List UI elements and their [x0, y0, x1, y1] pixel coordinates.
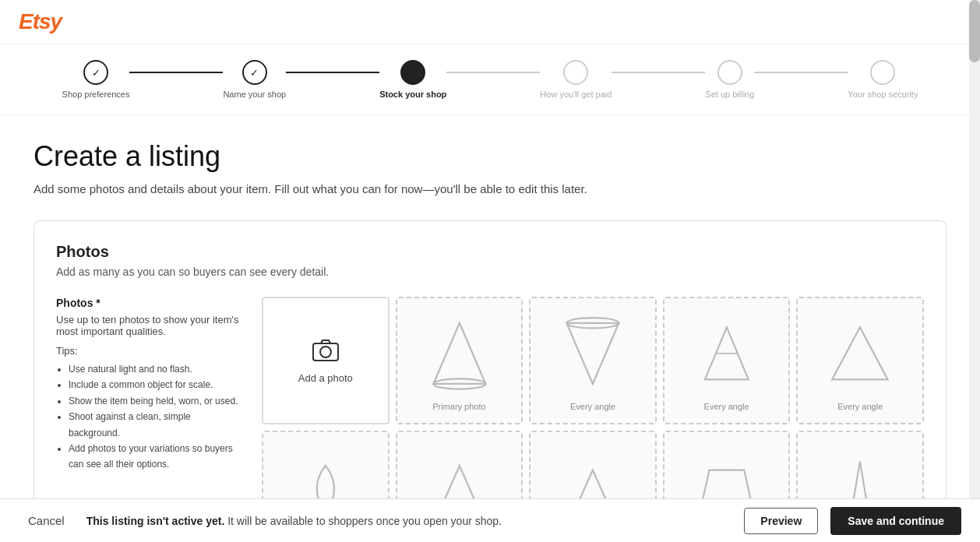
add-photo-label: Add a photo [298, 372, 353, 384]
photos-field-label: Photos * [56, 297, 243, 309]
angle3-label: Every angle [837, 402, 883, 411]
step-shop-preferences: ✓ Shop preferences [62, 60, 130, 99]
step-group-1: ✓ Shop preferences [62, 60, 224, 99]
step-line-1 [129, 72, 223, 73]
camera-icon [312, 337, 340, 368]
step-group-2: ✓ Name your shop [223, 60, 379, 99]
add-photo-slot[interactable]: Add a photo [262, 297, 390, 424]
scrollbar-thumb[interactable] [969, 0, 980, 62]
card-title: Photos [56, 243, 924, 261]
photos-card: Photos Add as many as you can so buyers … [33, 220, 947, 542]
tip-1: Use natural light and no flash. [69, 361, 243, 377]
bottom-bar: Cancel This listing isn't active yet. It… [0, 498, 980, 542]
tip-4: Shoot against a clean, simple background… [69, 409, 243, 441]
photo-slot-angle2[interactable]: Every angle [663, 297, 791, 424]
primary-photo-label: Primary photo [432, 402, 485, 411]
angle2-label: Every angle [704, 402, 749, 411]
step-group-6: Your shop security [848, 60, 918, 99]
angle3-illustration [816, 310, 904, 397]
tips-list: Use natural light and no flash. Include … [56, 361, 243, 473]
step-name-your-shop: ✓ Name your shop [223, 60, 286, 99]
step-label-2: Name your shop [223, 90, 286, 99]
preview-button[interactable]: Preview [744, 508, 818, 534]
status-rest: It will be available to shoppers once yo… [227, 515, 502, 527]
step-shop-security: Your shop security [848, 60, 918, 99]
svg-marker-2 [433, 323, 485, 384]
step-circle-6 [870, 60, 895, 85]
step-circle-2: ✓ [242, 60, 267, 85]
angle1-label: Every angle [570, 402, 615, 411]
svg-marker-8 [832, 327, 888, 379]
tip-2: Include a common object for scale. [69, 377, 243, 392]
card-subtitle: Add as many as you can so buyers can see… [56, 266, 924, 278]
svg-marker-4 [567, 323, 619, 384]
etsy-logo[interactable]: Etsy [19, 9, 961, 34]
step-circle-5 [717, 60, 742, 85]
cancel-button[interactable]: Cancel [19, 508, 74, 533]
step-group-4: How you'll get paid [540, 60, 705, 99]
angle1-illustration [549, 310, 636, 397]
status-bold: This listing isn't active yet. [86, 515, 225, 527]
page-title: Create a listing [33, 140, 947, 173]
step-stock-your-shop: Stock your shop [379, 60, 446, 99]
tip-3: Show the item being held, worn, or used. [69, 393, 243, 409]
page-subtitle: Add some photos and details about your i… [33, 182, 947, 195]
angle2-illustration [683, 310, 770, 397]
main-content: Create a listing Add some photos and det… [15, 115, 965, 542]
step-how-paid: How you'll get paid [540, 60, 612, 99]
status-text: This listing isn't active yet. It will b… [86, 515, 732, 527]
tips-label: Tips: [56, 345, 243, 357]
step-group-5: Set up billing [705, 60, 848, 99]
header: Etsy [0, 0, 980, 44]
step-line-5 [754, 72, 848, 73]
step-label-6: Your shop security [848, 90, 918, 99]
step-circle-4 [563, 60, 588, 85]
step-line-3 [446, 72, 540, 73]
scrollbar-track[interactable] [969, 0, 980, 542]
step-circle-1: ✓ [83, 60, 108, 85]
step-line-4 [612, 72, 705, 73]
step-label-1: Shop preferences [62, 90, 130, 99]
photo-slot-angle1[interactable]: Every angle [529, 297, 657, 424]
step-set-up-billing: Set up billing [705, 60, 754, 99]
step-group-3: Stock your shop [379, 60, 540, 99]
step-circle-3 [400, 60, 425, 85]
step-label-5: Set up billing [705, 90, 754, 99]
step-label-4: How you'll get paid [540, 90, 612, 99]
svg-point-1 [320, 347, 331, 357]
progress-bar: ✓ Shop preferences ✓ Name your shop Stoc… [0, 44, 980, 115]
primary-photo-illustration [416, 310, 503, 397]
step-label-3: Stock your shop [379, 90, 446, 99]
save-continue-button[interactable]: Save and continue [830, 507, 961, 535]
step-line-2 [286, 72, 379, 73]
photos-description: Use up to ten photos to show your item's… [56, 314, 243, 337]
photo-slot-angle3[interactable]: Every angle [796, 297, 924, 424]
tip-5: Add photos to your variations so buyers … [69, 441, 243, 473]
photo-slot-primary[interactable]: Primary photo [396, 297, 523, 424]
